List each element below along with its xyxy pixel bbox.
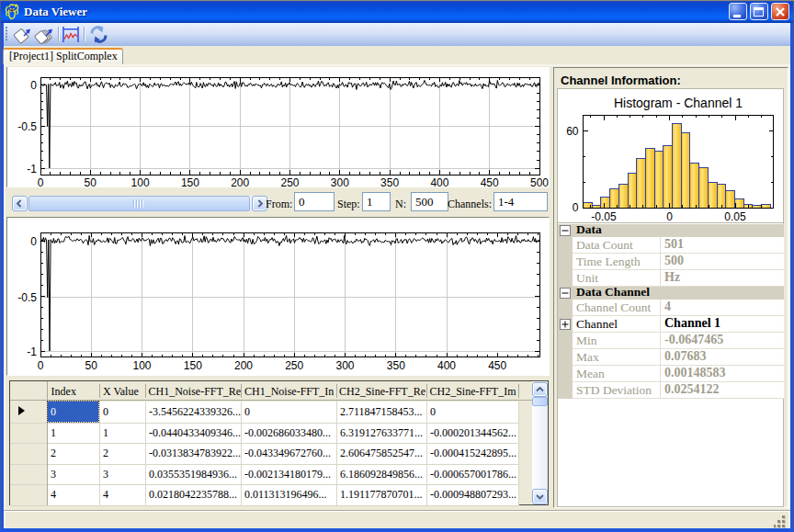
svg-text:-0.5: -0.5 [17, 120, 37, 133]
svg-text:0: 0 [30, 235, 37, 248]
svg-text:300: 300 [335, 359, 354, 372]
svg-text:200: 200 [231, 176, 249, 187]
svg-text:200: 200 [234, 359, 253, 372]
svg-text:0: 0 [666, 210, 673, 223]
svg-text:0: 0 [30, 79, 37, 92]
svg-text:-0.5: -0.5 [17, 291, 37, 304]
svg-text:-1: -1 [27, 345, 37, 358]
svg-text:0: 0 [38, 359, 44, 372]
svg-text:-0.05: -0.05 [591, 210, 617, 223]
svg-text:Histogram - Channel 1: Histogram - Channel 1 [614, 96, 743, 110]
svg-text:400: 400 [430, 176, 448, 187]
svg-text:100: 100 [131, 176, 150, 187]
svg-text:0.05: 0.05 [724, 210, 746, 223]
svg-text:60: 60 [566, 125, 579, 138]
svg-text:300: 300 [331, 176, 349, 187]
svg-text:150: 150 [184, 359, 202, 372]
svg-text:150: 150 [181, 176, 199, 187]
svg-text:-1: -1 [27, 163, 37, 175]
svg-text:450: 450 [488, 359, 506, 372]
svg-text:250: 250 [285, 359, 303, 372]
svg-text:0: 0 [573, 201, 579, 214]
svg-text:0: 0 [38, 176, 44, 187]
svg-text:100: 100 [132, 359, 151, 372]
svg-text:350: 350 [380, 176, 399, 187]
svg-text:450: 450 [481, 176, 499, 187]
svg-text:400: 400 [437, 359, 456, 372]
svg-text:250: 250 [280, 176, 299, 187]
svg-text:50: 50 [85, 359, 98, 372]
svg-text:50: 50 [85, 176, 97, 187]
svg-text:350: 350 [387, 359, 405, 372]
svg-text:500: 500 [530, 176, 549, 187]
